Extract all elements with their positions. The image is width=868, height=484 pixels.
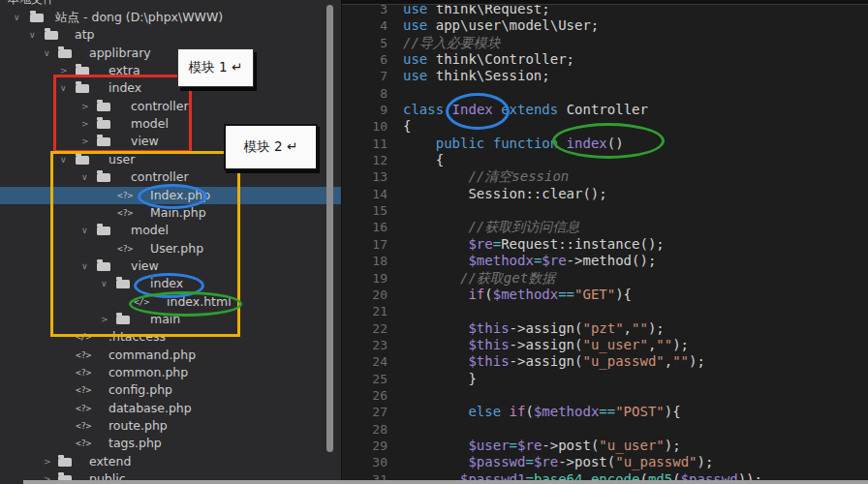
code-line-5[interactable]: 5//导入必要模块 [342, 35, 868, 51]
line-number: 14 [342, 186, 403, 202]
code-line-10[interactable]: 10{ [342, 118, 868, 135]
code-line-6[interactable]: 6use think\Controller; [342, 51, 868, 68]
tree-item-atp[interactable]: ∨atp [0, 26, 341, 44]
folder-icon [58, 458, 72, 467]
line-number: 21 [342, 303, 403, 319]
chevron-down-icon[interactable]: ∨ [60, 151, 67, 168]
line-number: 30 [342, 454, 403, 470]
code-text: $passwd=$re->post("u_passwd"); [403, 454, 713, 469]
chevron-down-icon[interactable]: ∨ [14, 9, 20, 26]
tree-item-.htaccess[interactable]: </>.htaccess [0, 328, 341, 346]
chevron-right-icon[interactable]: > [81, 115, 89, 133]
line-number: 29 [342, 438, 403, 454]
chevron-right-icon[interactable]: > [44, 453, 51, 470]
code-text: Session::clear(); [403, 186, 607, 201]
code-line-16[interactable]: 16 //获取到访问信息 [342, 219, 868, 235]
chevron-down-icon[interactable]: ∨ [60, 79, 67, 97]
tree-item-label: tags.php [108, 435, 162, 452]
tree-item-common.php[interactable]: <?>common.php [0, 364, 341, 381]
code-text: //获取到访问信息 [403, 219, 579, 234]
tree-item-label: 站点 - dong (D:\phpx\WWW) [55, 9, 223, 26]
line-number: 11 [342, 136, 403, 152]
chevron-right-icon[interactable]: > [81, 133, 89, 150]
code-line-13[interactable]: 13 //清空session [342, 168, 868, 185]
code-line-26[interactable]: 26 [342, 387, 868, 404]
code-line-23[interactable]: 23 $this->assign("u_user",""); [342, 337, 868, 353]
chevron-right-icon[interactable]: > [101, 311, 108, 328]
tree-item-label: config.php [108, 381, 172, 399]
tree-item-index.html[interactable]: </>index.html [0, 293, 341, 311]
tree-item-label: model [131, 115, 169, 133]
tree-item-label: .htaccess [108, 328, 166, 346]
php-file-icon: <?> [76, 435, 91, 452]
chevron-down-icon[interactable]: ∨ [101, 275, 108, 292]
code-line-19[interactable]: 19 //获取get数据 [342, 270, 868, 287]
folder-icon [97, 103, 110, 111]
tree-item-view[interactable]: ∨view [0, 257, 341, 275]
chevron-down-icon[interactable]: ∨ [44, 45, 50, 62]
folder-icon [116, 316, 130, 324]
line-number: 7 [342, 68, 403, 84]
chevron-right-icon[interactable]: > [81, 98, 89, 115]
tree-item-route.php[interactable]: <?>route.php [0, 417, 341, 435]
chevron-down-icon[interactable]: ∨ [81, 222, 88, 239]
code-text: $this->assign("u_user",""); [403, 337, 689, 352]
tree-item-index[interactable]: ∨index [0, 275, 341, 292]
code-line-18[interactable]: 18 $methodx=$re->method(); [342, 253, 868, 269]
code-line-17[interactable]: 17 $re=Request::instance(); [342, 236, 868, 253]
tree-item-label: command.php [108, 347, 196, 364]
sidebar-scrollbar[interactable] [326, 5, 333, 452]
code-text: } [403, 371, 477, 386]
tree-item-main[interactable]: >main [0, 311, 341, 328]
code-line-20[interactable]: 20 if($methodx=="GET"){ [342, 287, 868, 303]
tree-item-tags.php[interactable]: <?>tags.php [0, 435, 341, 452]
tree-item-model[interactable]: >model [0, 115, 341, 133]
code-text: public function index() [403, 136, 624, 151]
code-text: //导入必要模块 [403, 35, 501, 50]
tree-item-Index.php[interactable]: <?>Index.php [0, 187, 341, 204]
tree-item-user[interactable]: ∨user [0, 151, 341, 168]
bottom-edge-strip [23, 480, 868, 484]
tree-item----dong-D-phpx-WWW-[interactable]: ∨站点 - dong (D:\phpx\WWW) [0, 9, 341, 26]
code-line-7[interactable]: 7use think\Session; [342, 68, 868, 84]
code-line-25[interactable]: 25 } [342, 371, 868, 387]
code-line-22[interactable]: 22 $this->assign("pzt",""); [342, 320, 868, 337]
chevron-down-icon[interactable]: ∨ [81, 257, 88, 275]
code-line-29[interactable]: 29 $user=$re->post("u_user"); [342, 438, 868, 454]
folder-icon [116, 280, 130, 288]
code-line-11[interactable]: 11 public function index() [342, 136, 868, 152]
file-tree[interactable]: ∨站点 - dong (D:\phpx\WWW)∨atp∨applibrary>… [0, 0, 341, 484]
php-file-icon: <?> [76, 347, 91, 364]
code-line-24[interactable]: 24 $this->assign("u_passwd",""); [342, 353, 868, 370]
code-editor-pane[interactable]: 3use think\Request;4use app\user\model\U… [342, 0, 868, 484]
tree-item-controller[interactable]: >controller [0, 98, 341, 115]
code-line-15[interactable]: 15 [342, 202, 868, 219]
tree-item-model[interactable]: ∨model [0, 222, 341, 239]
tree-item-extend[interactable]: >extend [0, 453, 341, 470]
tree-item-extra[interactable]: >extra [0, 62, 341, 79]
chevron-right-icon[interactable]: > [60, 62, 68, 79]
code-line-30[interactable]: 30 $passwd=$re->post("u_passwd"); [342, 454, 868, 470]
line-number: 15 [342, 202, 403, 219]
code-line-4[interactable]: 4use app\user\model\User; [342, 17, 868, 34]
tree-item-applibrary[interactable]: ∨applibrary [0, 45, 341, 62]
tree-item-view[interactable]: >view [0, 133, 341, 150]
tree-item-database.php[interactable]: <?>database.php [0, 400, 341, 417]
chevron-down-icon[interactable]: ∨ [29, 26, 36, 44]
code-text: //清空session [403, 168, 569, 184]
tree-item-User.php[interactable]: <?>User.php [0, 240, 341, 257]
code-line-28[interactable]: 28 [342, 421, 868, 438]
tree-item-command.php[interactable]: <?>command.php [0, 347, 341, 364]
tree-item-config.php[interactable]: <?>config.php [0, 381, 341, 399]
chevron-down-icon[interactable]: ∨ [81, 168, 88, 186]
code-text: if($methodx=="GET"){ [403, 287, 632, 302]
tree-item-index[interactable]: ∨index [0, 79, 341, 97]
tree-item-Main.php[interactable]: <?>Main.php [0, 204, 341, 222]
tree-item-controller[interactable]: ∨controller [0, 168, 341, 186]
code-line-12[interactable]: 12 { [342, 152, 868, 168]
code-line-27[interactable]: 27 else if($methodx=="POST"){ [342, 404, 868, 420]
code-line-9[interactable]: 9class Index extends Controller [342, 102, 868, 118]
code-line-21[interactable]: 21 [342, 303, 868, 319]
code-line-14[interactable]: 14 Session::clear(); [342, 186, 868, 202]
code-line-8[interactable]: 8 [342, 85, 868, 102]
